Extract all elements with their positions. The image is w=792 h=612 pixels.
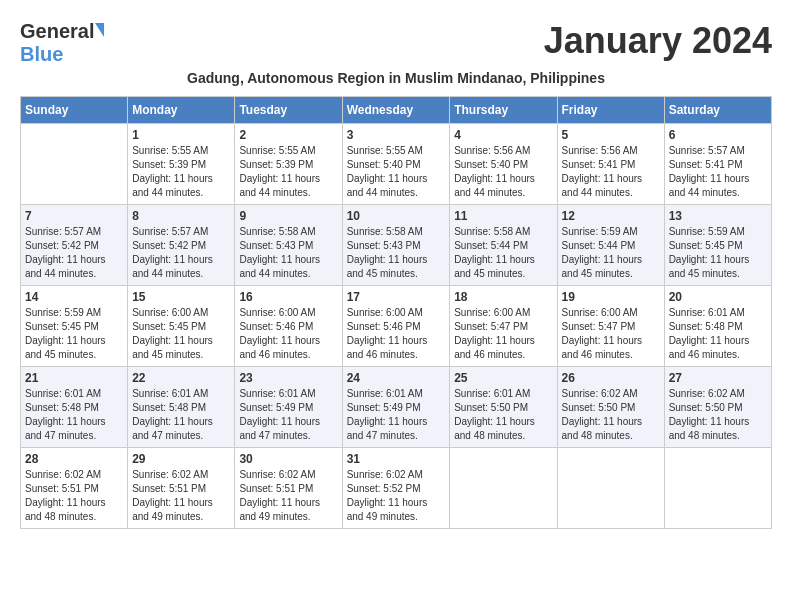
- calendar-cell: 5Sunrise: 5:56 AM Sunset: 5:41 PM Daylig…: [557, 124, 664, 205]
- day-number: 20: [669, 290, 767, 304]
- calendar-cell: 20Sunrise: 6:01 AM Sunset: 5:48 PM Dayli…: [664, 286, 771, 367]
- calendar-cell: 27Sunrise: 6:02 AM Sunset: 5:50 PM Dayli…: [664, 367, 771, 448]
- page-header: General Blue January 2024: [20, 20, 772, 66]
- day-number: 12: [562, 209, 660, 223]
- day-number: 25: [454, 371, 552, 385]
- calendar-cell: 22Sunrise: 6:01 AM Sunset: 5:48 PM Dayli…: [128, 367, 235, 448]
- logo: General Blue: [20, 20, 104, 66]
- day-info: Sunrise: 6:01 AM Sunset: 5:49 PM Dayligh…: [347, 387, 446, 443]
- day-number: 1: [132, 128, 230, 142]
- calendar-cell: 16Sunrise: 6:00 AM Sunset: 5:46 PM Dayli…: [235, 286, 342, 367]
- day-number: 28: [25, 452, 123, 466]
- day-info: Sunrise: 6:00 AM Sunset: 5:46 PM Dayligh…: [239, 306, 337, 362]
- day-info: Sunrise: 5:57 AM Sunset: 5:42 PM Dayligh…: [132, 225, 230, 281]
- day-number: 17: [347, 290, 446, 304]
- day-number: 2: [239, 128, 337, 142]
- day-info: Sunrise: 5:57 AM Sunset: 5:42 PM Dayligh…: [25, 225, 123, 281]
- calendar-body: 1Sunrise: 5:55 AM Sunset: 5:39 PM Daylig…: [21, 124, 772, 529]
- calendar-cell: 19Sunrise: 6:00 AM Sunset: 5:47 PM Dayli…: [557, 286, 664, 367]
- calendar-cell: 2Sunrise: 5:55 AM Sunset: 5:39 PM Daylig…: [235, 124, 342, 205]
- calendar-cell: 23Sunrise: 6:01 AM Sunset: 5:49 PM Dayli…: [235, 367, 342, 448]
- calendar-cell: 26Sunrise: 6:02 AM Sunset: 5:50 PM Dayli…: [557, 367, 664, 448]
- day-info: Sunrise: 6:02 AM Sunset: 5:51 PM Dayligh…: [239, 468, 337, 524]
- day-info: Sunrise: 6:00 AM Sunset: 5:47 PM Dayligh…: [454, 306, 552, 362]
- calendar-subtitle: Gadung, Autonomous Region in Muslim Mind…: [20, 70, 772, 86]
- day-number: 7: [25, 209, 123, 223]
- calendar-cell: 4Sunrise: 5:56 AM Sunset: 5:40 PM Daylig…: [450, 124, 557, 205]
- day-info: Sunrise: 6:02 AM Sunset: 5:50 PM Dayligh…: [669, 387, 767, 443]
- day-number: 9: [239, 209, 337, 223]
- day-number: 31: [347, 452, 446, 466]
- calendar-week-row: 28Sunrise: 6:02 AM Sunset: 5:51 PM Dayli…: [21, 448, 772, 529]
- day-number: 24: [347, 371, 446, 385]
- calendar-cell: 24Sunrise: 6:01 AM Sunset: 5:49 PM Dayli…: [342, 367, 450, 448]
- calendar-cell: 1Sunrise: 5:55 AM Sunset: 5:39 PM Daylig…: [128, 124, 235, 205]
- day-number: 13: [669, 209, 767, 223]
- day-number: 4: [454, 128, 552, 142]
- logo-blue: Blue: [20, 43, 63, 65]
- day-info: Sunrise: 6:01 AM Sunset: 5:50 PM Dayligh…: [454, 387, 552, 443]
- calendar-cell: 25Sunrise: 6:01 AM Sunset: 5:50 PM Dayli…: [450, 367, 557, 448]
- calendar-week-row: 21Sunrise: 6:01 AM Sunset: 5:48 PM Dayli…: [21, 367, 772, 448]
- calendar-cell: 29Sunrise: 6:02 AM Sunset: 5:51 PM Dayli…: [128, 448, 235, 529]
- calendar-cell: 15Sunrise: 6:00 AM Sunset: 5:45 PM Dayli…: [128, 286, 235, 367]
- header-cell-monday: Monday: [128, 97, 235, 124]
- calendar-cell: 8Sunrise: 5:57 AM Sunset: 5:42 PM Daylig…: [128, 205, 235, 286]
- calendar-cell: [450, 448, 557, 529]
- header-cell-wednesday: Wednesday: [342, 97, 450, 124]
- calendar-cell: 18Sunrise: 6:00 AM Sunset: 5:47 PM Dayli…: [450, 286, 557, 367]
- calendar-cell: 10Sunrise: 5:58 AM Sunset: 5:43 PM Dayli…: [342, 205, 450, 286]
- day-info: Sunrise: 5:59 AM Sunset: 5:45 PM Dayligh…: [669, 225, 767, 281]
- day-info: Sunrise: 5:55 AM Sunset: 5:39 PM Dayligh…: [239, 144, 337, 200]
- calendar-table: SundayMondayTuesdayWednesdayThursdayFrid…: [20, 96, 772, 529]
- calendar-cell: 11Sunrise: 5:58 AM Sunset: 5:44 PM Dayli…: [450, 205, 557, 286]
- day-info: Sunrise: 5:58 AM Sunset: 5:43 PM Dayligh…: [347, 225, 446, 281]
- calendar-cell: 12Sunrise: 5:59 AM Sunset: 5:44 PM Dayli…: [557, 205, 664, 286]
- day-info: Sunrise: 6:01 AM Sunset: 5:48 PM Dayligh…: [25, 387, 123, 443]
- day-number: 26: [562, 371, 660, 385]
- calendar-cell: 14Sunrise: 5:59 AM Sunset: 5:45 PM Dayli…: [21, 286, 128, 367]
- day-info: Sunrise: 5:58 AM Sunset: 5:44 PM Dayligh…: [454, 225, 552, 281]
- header-cell-tuesday: Tuesday: [235, 97, 342, 124]
- calendar-cell: 30Sunrise: 6:02 AM Sunset: 5:51 PM Dayli…: [235, 448, 342, 529]
- header-cell-saturday: Saturday: [664, 97, 771, 124]
- day-number: 11: [454, 209, 552, 223]
- calendar-cell: [664, 448, 771, 529]
- logo-triangle-icon: [95, 23, 104, 37]
- day-number: 6: [669, 128, 767, 142]
- day-info: Sunrise: 6:01 AM Sunset: 5:48 PM Dayligh…: [132, 387, 230, 443]
- calendar-cell: 7Sunrise: 5:57 AM Sunset: 5:42 PM Daylig…: [21, 205, 128, 286]
- day-number: 21: [25, 371, 123, 385]
- calendar-week-row: 7Sunrise: 5:57 AM Sunset: 5:42 PM Daylig…: [21, 205, 772, 286]
- calendar-cell: 9Sunrise: 5:58 AM Sunset: 5:43 PM Daylig…: [235, 205, 342, 286]
- day-number: 5: [562, 128, 660, 142]
- day-number: 29: [132, 452, 230, 466]
- day-info: Sunrise: 5:59 AM Sunset: 5:45 PM Dayligh…: [25, 306, 123, 362]
- calendar-week-row: 1Sunrise: 5:55 AM Sunset: 5:39 PM Daylig…: [21, 124, 772, 205]
- calendar-cell: 28Sunrise: 6:02 AM Sunset: 5:51 PM Dayli…: [21, 448, 128, 529]
- day-info: Sunrise: 6:02 AM Sunset: 5:52 PM Dayligh…: [347, 468, 446, 524]
- calendar-cell: 17Sunrise: 6:00 AM Sunset: 5:46 PM Dayli…: [342, 286, 450, 367]
- calendar-cell: 6Sunrise: 5:57 AM Sunset: 5:41 PM Daylig…: [664, 124, 771, 205]
- day-info: Sunrise: 6:00 AM Sunset: 5:46 PM Dayligh…: [347, 306, 446, 362]
- day-info: Sunrise: 6:00 AM Sunset: 5:45 PM Dayligh…: [132, 306, 230, 362]
- day-info: Sunrise: 5:58 AM Sunset: 5:43 PM Dayligh…: [239, 225, 337, 281]
- calendar-cell: [557, 448, 664, 529]
- day-number: 8: [132, 209, 230, 223]
- month-title: January 2024: [544, 20, 772, 62]
- calendar-header: SundayMondayTuesdayWednesdayThursdayFrid…: [21, 97, 772, 124]
- logo-general: General: [20, 20, 94, 43]
- day-info: Sunrise: 5:56 AM Sunset: 5:40 PM Dayligh…: [454, 144, 552, 200]
- header-cell-friday: Friday: [557, 97, 664, 124]
- header-cell-sunday: Sunday: [21, 97, 128, 124]
- day-info: Sunrise: 5:57 AM Sunset: 5:41 PM Dayligh…: [669, 144, 767, 200]
- day-info: Sunrise: 5:56 AM Sunset: 5:41 PM Dayligh…: [562, 144, 660, 200]
- day-info: Sunrise: 6:02 AM Sunset: 5:51 PM Dayligh…: [25, 468, 123, 524]
- day-number: 10: [347, 209, 446, 223]
- calendar-cell: 13Sunrise: 5:59 AM Sunset: 5:45 PM Dayli…: [664, 205, 771, 286]
- day-number: 15: [132, 290, 230, 304]
- calendar-cell: [21, 124, 128, 205]
- day-info: Sunrise: 5:55 AM Sunset: 5:40 PM Dayligh…: [347, 144, 446, 200]
- day-number: 14: [25, 290, 123, 304]
- day-number: 3: [347, 128, 446, 142]
